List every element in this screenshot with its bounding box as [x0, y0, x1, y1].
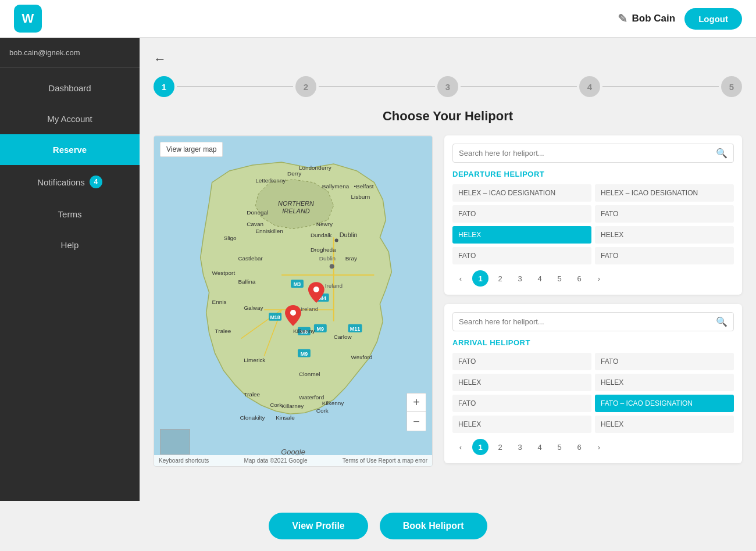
user-icon: ✎ [618, 12, 627, 26]
header-right: ✎ Bob Cain Logout [618, 8, 742, 30]
svg-text:Waterford: Waterford [299, 394, 324, 400]
sidebar-item-my-account[interactable]: My Account [0, 103, 140, 134]
map-thumbnail [160, 429, 190, 455]
book-heliport-button[interactable]: Book Heliport [380, 513, 487, 539]
arrival-prev-page[interactable]: ‹ [452, 439, 469, 455]
step-line-4 [602, 86, 719, 87]
svg-text:M3: M3 [294, 281, 301, 287]
ireland-map-svg: M18 M9 M4 M3 M9 M8 M11 NO [154, 136, 432, 466]
logout-button[interactable]: Logout [684, 8, 742, 30]
back-arrow[interactable]: ← [154, 52, 166, 67]
svg-text:Limerick: Limerick [244, 357, 265, 363]
svg-text:Enniskillen: Enniskillen [255, 228, 283, 234]
departure-prev-page[interactable]: ‹ [452, 270, 469, 287]
arrival-search-input[interactable] [459, 317, 716, 326]
departure-page-3[interactable]: 3 [512, 270, 528, 287]
arrival-page-5[interactable]: 5 [551, 439, 568, 455]
view-profile-button[interactable]: View Profile [269, 513, 368, 539]
map-data-credit: Map data ©2021 Google [244, 457, 307, 464]
departure-page-2[interactable]: 2 [492, 270, 508, 287]
svg-point-62 [290, 310, 296, 316]
svg-text:Carlow: Carlow [334, 334, 352, 340]
arrival-next-page[interactable]: › [591, 439, 607, 455]
svg-text:Dublin: Dublin [319, 255, 336, 262]
svg-text:Kinsale: Kinsale [276, 414, 295, 421]
zoom-out-button[interactable]: − [407, 412, 426, 431]
departure-next-page[interactable]: › [591, 270, 607, 287]
arrival-page-4[interactable]: 4 [532, 439, 548, 455]
arrival-page-6[interactable]: 6 [571, 439, 587, 455]
list-item[interactable]: HELEX [452, 226, 591, 244]
departure-page-4[interactable]: 4 [532, 270, 548, 287]
departure-search-row[interactable]: 🔍 [452, 144, 734, 163]
svg-text:Newry: Newry [316, 221, 333, 227]
arrival-section-label: ARRIVAL HELIPORT [452, 338, 734, 347]
list-item[interactable]: HELEX – ICAO DESIGNATION [595, 184, 734, 202]
arrival-search-row[interactable]: 🔍 [452, 312, 734, 331]
arrival-page-3[interactable]: 3 [512, 439, 528, 455]
right-panels: 🔍 DEPARTURE HELIPORT HELEX – ICAO DESIGN… [444, 135, 742, 467]
arrival-heliport-grid: FATO FATO HELEX HELEX FATO FATO – ICAO D… [452, 353, 734, 433]
svg-text:Cork: Cork [316, 407, 329, 414]
svg-text:Kilkenny: Kilkenny [293, 328, 315, 334]
list-item[interactable]: FATO [595, 247, 734, 264]
step-2: 2 [295, 76, 316, 97]
svg-text:NORTHERN: NORTHERN [278, 200, 314, 207]
svg-text:Londonderry: Londonderry [299, 164, 331, 171]
header: W ✎ Bob Cain Logout [0, 0, 756, 38]
notifications-badge: 4 [90, 176, 102, 188]
list-item[interactable]: HELEX [595, 416, 734, 433]
svg-text:Clonmel: Clonmel [299, 371, 320, 377]
departure-heliport-grid: HELEX – ICAO DESIGNATION HELEX – ICAO DE… [452, 184, 734, 264]
list-item[interactable]: HELEX [595, 374, 734, 391]
departure-page-6[interactable]: 6 [571, 270, 587, 287]
list-item[interactable]: FATO [452, 353, 591, 370]
svg-text:Dundalk: Dundalk [311, 232, 331, 238]
svg-text:Tralee: Tralee [215, 328, 231, 334]
sidebar-item-notifications[interactable]: Notifications 4 [0, 165, 140, 199]
svg-text:Wexford: Wexford [351, 354, 373, 360]
svg-text:Ireland: Ireland [301, 306, 318, 312]
arrival-search-icon: 🔍 [716, 316, 728, 327]
svg-text:Sligo: Sligo [224, 235, 237, 241]
svg-text:Donegal: Donegal [247, 209, 268, 216]
list-item[interactable]: FATO [452, 247, 591, 264]
list-item[interactable]: FATO [595, 353, 734, 370]
list-item[interactable]: FATO [452, 395, 591, 412]
departure-page-5[interactable]: 5 [551, 270, 568, 287]
notifications-label: Notifications [37, 177, 85, 187]
svg-text:Letterkenny: Letterkenny [255, 177, 286, 184]
list-item[interactable]: FATO – ICAO DESIGNATION [595, 395, 734, 412]
list-item[interactable]: FATO [595, 205, 734, 223]
arrival-page-1[interactable]: 1 [472, 439, 488, 455]
arrival-pagination: ‹ 1 2 3 4 5 6 › [452, 439, 734, 455]
sidebar-nav: Dashboard My Account Reserve Notificatio… [0, 73, 140, 260]
sidebar-item-dashboard[interactable]: Dashboard [0, 73, 140, 103]
list-item[interactable]: HELEX [452, 374, 591, 391]
list-item[interactable]: HELEX – ICAO DESIGNATION [452, 184, 591, 202]
sidebar: bob.cain@ignek.com Dashboard My Account … [0, 38, 140, 501]
view-larger-map-link[interactable]: View larger map [160, 142, 223, 157]
list-item[interactable]: HELEX [595, 226, 734, 244]
svg-text:Kilkenny: Kilkenny [322, 400, 344, 406]
step-5: 5 [721, 76, 742, 97]
arrival-panel: 🔍 ARRIVAL HELIPORT FATO FATO HELEX HELEX… [444, 304, 742, 463]
sidebar-item-help[interactable]: Help [0, 230, 140, 260]
departure-search-input[interactable] [459, 149, 716, 158]
svg-text:Cavan: Cavan [247, 221, 263, 227]
arrival-page-2[interactable]: 2 [492, 439, 508, 455]
svg-text:Ennis: Ennis [212, 299, 227, 305]
list-item[interactable]: HELEX [452, 416, 591, 433]
map-background: M18 M9 M4 M3 M9 M8 M11 NO [154, 136, 432, 466]
svg-text:Tralee: Tralee [244, 391, 260, 398]
departure-section-label: DEPARTURE HELIPORT [452, 170, 734, 178]
zoom-in-button[interactable]: + [407, 393, 426, 412]
svg-text:Clonakilty: Clonakilty [240, 414, 265, 421]
svg-text:M18: M18 [270, 314, 280, 320]
sidebar-item-reserve[interactable]: Reserve [0, 134, 140, 165]
sidebar-item-terms[interactable]: Terms [0, 199, 140, 230]
departure-page-1[interactable]: 1 [472, 270, 488, 287]
list-item[interactable]: FATO [452, 205, 591, 223]
svg-text:M9: M9 [317, 326, 324, 332]
svg-text:Dublin: Dublin [340, 231, 358, 238]
